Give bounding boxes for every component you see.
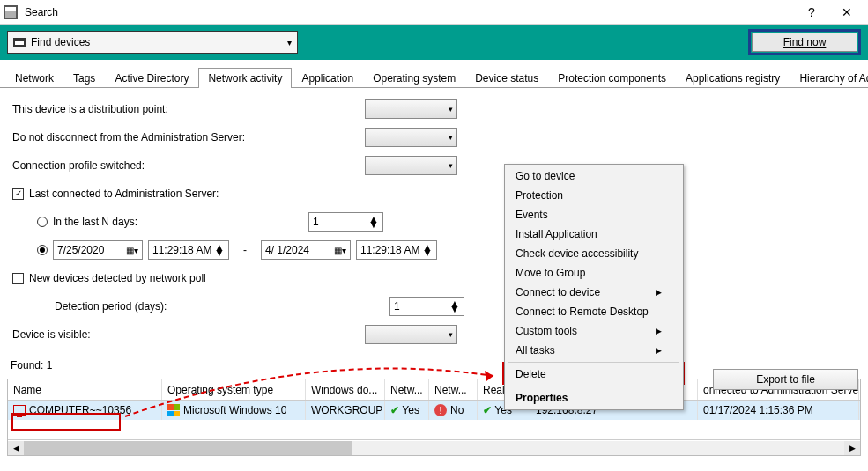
separator bbox=[508, 386, 679, 386]
chevron-right-icon: ▶ bbox=[656, 327, 662, 335]
ctx-install-application[interactable]: Install Application bbox=[505, 224, 683, 244]
date-to-value: 4/ 1/2024 bbox=[265, 244, 309, 256]
dist-point-combo[interactable]: ▾ bbox=[365, 99, 457, 119]
close-button[interactable]: ✕ bbox=[829, 0, 864, 25]
scroll-track[interactable] bbox=[24, 441, 844, 455]
time-from-value: 11:29:18 AM bbox=[152, 244, 211, 256]
row-server: 01/17/2024 1:15:36 PM bbox=[698, 401, 859, 420]
chevron-down-icon: ▾ bbox=[449, 161, 453, 170]
chevron-down-icon: ▾ bbox=[449, 105, 453, 114]
no-disconnect-combo[interactable]: ▾ bbox=[365, 128, 457, 147]
ctx-custom-tools[interactable]: Custom tools▶ bbox=[505, 321, 683, 341]
ctx-label: Connect to Remote Desktop bbox=[516, 305, 649, 318]
scroll-left-icon[interactable]: ◀ bbox=[8, 441, 24, 455]
last-connected-checkbox[interactable]: ✓ bbox=[12, 188, 24, 200]
tab-hierarchy[interactable]: Hierarchy of Administration Servers bbox=[790, 68, 868, 88]
range-dash: - bbox=[229, 244, 261, 256]
time-to-input[interactable]: 11:29:18 AM▲▼ bbox=[356, 240, 437, 260]
ctx-label: Connect to device bbox=[516, 286, 600, 298]
find-now-button[interactable]: Find now bbox=[752, 33, 857, 52]
find-type-dropdown[interactable]: Find devices ▾ bbox=[7, 31, 298, 54]
ctx-label: Custom tools bbox=[516, 325, 577, 337]
toolbar: Find devices ▾ Find now bbox=[0, 25, 868, 60]
last-connected-label: Last connected to Administration Server: bbox=[29, 188, 219, 200]
ctx-connect-to-device[interactable]: Connect to device▶ bbox=[505, 283, 683, 302]
chevron-down-icon: ▾ bbox=[449, 330, 453, 339]
no-disconnect-label: Do not disconnect from the Administratio… bbox=[12, 131, 365, 144]
tab-strip: Network Tags Active Directory Network ac… bbox=[0, 65, 868, 88]
new-devices-checkbox[interactable] bbox=[12, 273, 24, 284]
ctx-label: Move to Group bbox=[516, 267, 585, 279]
tab-active-directory[interactable]: Active Directory bbox=[105, 68, 198, 88]
date-from-value: 7/25/2020 bbox=[57, 244, 104, 256]
context-menu: Go to device Protection Events Install A… bbox=[504, 164, 684, 410]
last-n-days-label: In the last N days: bbox=[53, 216, 308, 228]
ctx-properties[interactable]: Properties bbox=[505, 388, 683, 408]
ctx-check-accessibility[interactable]: Check device accessibility bbox=[505, 244, 683, 263]
spinner-icon[interactable]: ▲▼ bbox=[368, 217, 379, 227]
ctx-label: Events bbox=[516, 209, 548, 221]
ctx-label: Properties bbox=[516, 392, 568, 404]
chevron-down-icon: ▾ bbox=[449, 133, 453, 142]
visible-combo[interactable]: ▾ bbox=[365, 325, 457, 344]
detection-period-input[interactable]: 1▲▼ bbox=[389, 297, 464, 316]
date-from-input[interactable]: 7/25/2020▦▾ bbox=[53, 240, 143, 260]
chevron-right-icon: ▶ bbox=[656, 288, 662, 297]
help-button[interactable]: ? bbox=[794, 0, 829, 25]
date-range-radio[interactable] bbox=[37, 245, 48, 255]
annotation-arrow bbox=[123, 367, 502, 418]
dist-point-label: This device is a distribution point: bbox=[12, 103, 365, 115]
ctx-events[interactable]: Events bbox=[505, 205, 683, 224]
ctx-all-tasks[interactable]: All tasks▶ bbox=[505, 341, 683, 360]
spinner-icon[interactable]: ▲▼ bbox=[449, 301, 460, 312]
computer-icon bbox=[13, 405, 26, 416]
tab-application[interactable]: Application bbox=[292, 68, 363, 88]
spinner-icon[interactable]: ▲▼ bbox=[214, 245, 225, 255]
ctx-go-to-device[interactable]: Go to device bbox=[505, 166, 683, 186]
n-days-input[interactable]: 1▲▼ bbox=[308, 212, 383, 232]
calendar-icon: ▦▾ bbox=[334, 246, 346, 255]
ctx-label: Delete bbox=[516, 368, 546, 380]
detection-period-value: 1 bbox=[394, 300, 400, 313]
new-devices-label: New devices detected by network poll bbox=[29, 272, 206, 284]
form-area: This device is a distribution point: ▾ D… bbox=[0, 88, 868, 356]
conn-profile-label: Connection profile switched: bbox=[12, 159, 365, 172]
ctx-label: Protection bbox=[516, 189, 563, 202]
spinner-icon[interactable]: ▲▼ bbox=[422, 245, 433, 255]
find-type-label: Find devices bbox=[31, 36, 90, 48]
tab-network-activity[interactable]: Network activity bbox=[198, 68, 292, 88]
export-button[interactable]: Export to file bbox=[713, 369, 858, 390]
chevron-right-icon: ▶ bbox=[656, 346, 662, 355]
conn-profile-combo[interactable]: ▾ bbox=[365, 156, 457, 175]
row-name: COMPUTER~~10356 bbox=[29, 404, 131, 416]
tab-applications-registry[interactable]: Applications registry bbox=[676, 68, 790, 88]
devices-icon bbox=[13, 38, 26, 47]
ctx-delete[interactable]: Delete bbox=[505, 364, 683, 384]
tab-operating-system[interactable]: Operating system bbox=[363, 68, 465, 88]
tab-tags[interactable]: Tags bbox=[63, 68, 105, 88]
title-bar: Search ? ✕ bbox=[0, 0, 868, 25]
h-scrollbar[interactable]: ◀ ▶ bbox=[8, 439, 860, 455]
ctx-move-to-group[interactable]: Move to Group bbox=[505, 263, 683, 283]
tab-network[interactable]: Network bbox=[5, 68, 63, 88]
date-to-input[interactable]: 4/ 1/2024▦▾ bbox=[261, 240, 351, 260]
detection-period-label: Detection period (days): bbox=[55, 300, 389, 313]
visible-label: Device is visible: bbox=[12, 328, 365, 341]
last-n-days-radio[interactable] bbox=[37, 217, 48, 227]
ctx-label: Check device accessibility bbox=[516, 247, 638, 260]
time-from-input[interactable]: 11:29:18 AM▲▼ bbox=[148, 240, 229, 260]
n-days-value: 1 bbox=[313, 216, 319, 228]
tab-device-status[interactable]: Device status bbox=[465, 68, 548, 88]
scroll-right-icon[interactable]: ▶ bbox=[844, 441, 860, 455]
separator bbox=[508, 362, 679, 363]
time-to-value: 11:29:18 AM bbox=[360, 244, 419, 256]
ctx-label: Install Application bbox=[516, 228, 597, 240]
find-now-outer: Find now bbox=[748, 29, 861, 55]
ctx-connect-remote-desktop[interactable]: Connect to Remote Desktop bbox=[505, 302, 683, 321]
tab-protection-components[interactable]: Protection components bbox=[548, 68, 676, 88]
calendar-icon: ▦▾ bbox=[126, 246, 138, 255]
scroll-thumb[interactable] bbox=[24, 441, 352, 455]
ctx-protection[interactable]: Protection bbox=[505, 186, 683, 205]
svg-marker-0 bbox=[485, 371, 493, 381]
ctx-label: Go to device bbox=[516, 170, 575, 182]
